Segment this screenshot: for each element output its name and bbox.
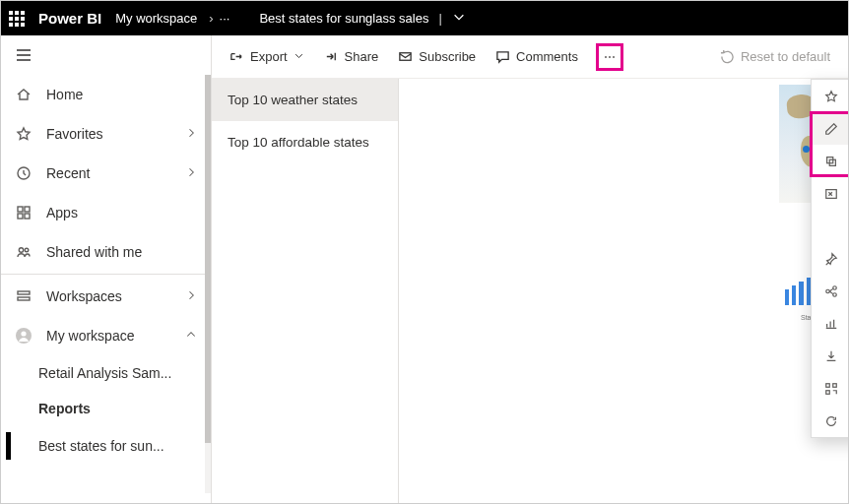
excel-icon — [823, 187, 839, 201]
share-icon — [324, 49, 339, 64]
nav-shared[interactable]: Shared with me — [1, 232, 211, 272]
star-icon — [823, 90, 839, 103]
left-nav: Home Favorites Recent Apps Shared with m… — [1, 35, 212, 503]
nav-my-workspace-label: My workspace — [46, 328, 185, 344]
nav-favorites[interactable]: Favorites — [1, 114, 211, 154]
breadcrumb-separator: › — [209, 11, 213, 26]
pin-icon — [823, 252, 839, 266]
svg-point-18 — [826, 289, 830, 293]
brand-label: Power BI — [38, 10, 101, 27]
app-launcher-icon[interactable] — [9, 11, 25, 27]
more-options-menu: Favorite Edit Save a copy Analyze in Exc… — [811, 79, 849, 438]
refresh-icon — [823, 414, 839, 428]
sidebar-scrollbar[interactable] — [205, 75, 211, 493]
tree-active-report-label: Best states for sun... — [38, 438, 164, 454]
menu-analyze-excel[interactable]: Analyze in Excel — [812, 177, 849, 210]
qr-icon — [823, 382, 839, 396]
nav-workspaces-label: Workspaces — [46, 288, 185, 304]
tree-retail[interactable]: Retail Analysis Sam... — [38, 355, 211, 391]
tree-reports[interactable]: Reports — [38, 391, 211, 426]
nav-my-workspace[interactable]: My workspace — [1, 316, 211, 355]
page-tab-weather[interactable]: Top 10 weather states — [212, 79, 398, 121]
comment-icon — [495, 49, 510, 64]
page-tab-affordable[interactable]: Top 10 affordable states — [212, 121, 398, 163]
svg-rect-7 — [18, 291, 30, 294]
svg-rect-17 — [826, 189, 837, 198]
star-icon — [15, 126, 33, 142]
svg-point-12 — [605, 56, 607, 58]
breadcrumb-workspace[interactable]: My workspace — [115, 11, 197, 26]
chevron-up-icon — [185, 329, 197, 344]
subscribe-label: Subscribe — [419, 49, 476, 64]
export-button[interactable]: Export — [222, 45, 312, 68]
comments-button[interactable]: Comments — [488, 45, 586, 68]
home-icon — [15, 87, 33, 102]
menu-usage-metrics[interactable]: Usage metrics — [812, 307, 849, 340]
reset-button[interactable]: Reset to default — [712, 45, 838, 68]
workspace-tree: Retail Analysis Sam... Reports — [1, 355, 211, 426]
reset-label: Reset to default — [741, 49, 830, 64]
svg-point-20 — [833, 292, 837, 296]
menu-download-pbix[interactable]: Download the .pbix file — [812, 340, 849, 372]
main-area: Export Share Subscribe Comments Reset — [212, 35, 848, 503]
more-options-button[interactable] — [596, 43, 623, 71]
menu-generate-qr[interactable]: Generate QR code — [812, 372, 849, 405]
chevron-right-icon — [185, 166, 197, 181]
report-canvas: EUROPE AFRICA State — [399, 79, 848, 503]
subscribe-button[interactable]: Subscribe — [390, 45, 484, 68]
avatar-icon — [15, 327, 33, 345]
report-toolbar: Export Share Subscribe Comments Reset — [212, 35, 848, 79]
nav-favorites-label: Favorites — [46, 126, 185, 142]
menu-edit[interactable]: Edit — [812, 112, 849, 145]
menu-refresh[interactable]: Refresh — [812, 405, 849, 437]
svg-point-14 — [613, 56, 615, 58]
breadcrumb-ellipsis[interactable]: ··· — [220, 11, 230, 26]
tree-active-report[interactable]: Best states for sun... — [1, 426, 211, 466]
menu-embed[interactable]: Embed — [812, 210, 849, 242]
nav-shared-label: Shared with me — [46, 244, 197, 260]
menu-pin-page[interactable]: Pin a live Page — [812, 242, 849, 275]
sidebar-scroll-thumb[interactable] — [205, 75, 211, 443]
chevron-right-icon — [185, 127, 197, 142]
nav-home-label: Home — [46, 87, 197, 102]
nav-recent[interactable]: Recent — [1, 154, 211, 193]
export-label: Export — [250, 49, 288, 64]
menu-favorite[interactable]: Favorite — [812, 80, 849, 112]
menu-view-related[interactable]: View related — [812, 275, 849, 307]
workspaces-icon — [15, 288, 33, 304]
menu-save-copy[interactable]: Save a copy — [812, 145, 849, 177]
download-icon — [823, 349, 839, 363]
comments-label: Comments — [516, 49, 578, 64]
pencil-icon — [823, 122, 839, 136]
share-button[interactable]: Share — [316, 45, 387, 68]
nav-divider — [1, 274, 211, 275]
svg-rect-11 — [400, 53, 411, 61]
title-dropdown-icon[interactable] — [452, 10, 466, 27]
svg-rect-23 — [826, 390, 830, 394]
nav-workspaces[interactable]: Workspaces — [1, 277, 211, 316]
svg-rect-21 — [826, 383, 830, 387]
reset-icon — [720, 49, 735, 64]
nav-home[interactable]: Home — [1, 75, 211, 114]
nav-apps-label: Apps — [46, 205, 197, 220]
svg-rect-1 — [18, 207, 23, 212]
chevron-down-icon — [294, 49, 304, 64]
svg-rect-3 — [18, 214, 23, 219]
chevron-right-icon — [185, 289, 197, 304]
export-icon — [229, 49, 244, 64]
people-icon — [15, 244, 33, 260]
apps-icon — [15, 205, 33, 220]
chart-icon — [823, 317, 839, 331]
title-cursor: | — [438, 11, 441, 26]
svg-point-10 — [21, 331, 26, 336]
svg-point-13 — [609, 56, 611, 58]
nav-toggle[interactable] — [1, 35, 211, 75]
clock-icon — [15, 165, 33, 181]
nav-recent-label: Recent — [46, 165, 185, 181]
report-title[interactable]: Best states for sunglass sales — [259, 11, 428, 26]
title-bar: Power BI My workspace › ··· Best states … — [1, 1, 848, 35]
nav-apps[interactable]: Apps — [1, 193, 211, 232]
svg-rect-2 — [25, 207, 30, 212]
report-pages-pane: Top 10 weather states Top 10 affordable … — [212, 79, 399, 503]
svg-rect-8 — [18, 297, 30, 300]
